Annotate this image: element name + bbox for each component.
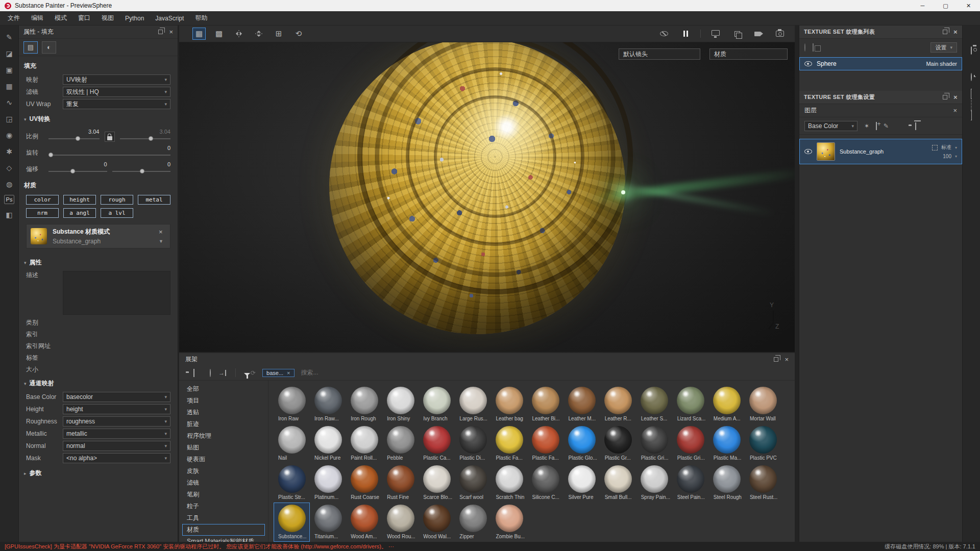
material-item[interactable]: Rust Fine <box>382 463 419 503</box>
material-item[interactable]: Plastic Gri... <box>673 424 709 463</box>
pen-icon[interactable]: ✎ <box>884 122 889 130</box>
blend-mode[interactable]: 标准 <box>941 144 951 151</box>
tool-icon[interactable]: ▦ <box>3 81 15 92</box>
shelf-category[interactable]: 材质 <box>182 524 265 536</box>
tool-icon[interactable]: ✎ <box>3 32 15 43</box>
material-item[interactable]: Silicone C... <box>527 463 564 503</box>
lattice-icon[interactable]: ▩ <box>212 28 226 40</box>
hide-all-icon[interactable] <box>657 28 671 40</box>
clear-filter-icon[interactable]: × <box>287 370 290 376</box>
description-textarea[interactable] <box>63 271 170 315</box>
channel-button[interactable]: rough <box>101 195 133 205</box>
material-item[interactable]: Medium A... <box>709 385 745 424</box>
material-item[interactable]: Plastic Fa... <box>527 424 564 463</box>
float-panel-icon[interactable] <box>774 357 778 362</box>
material-mode-button[interactable]: ◐ <box>42 41 56 54</box>
float-panel-icon[interactable] <box>158 30 163 34</box>
material-item[interactable]: Scarce Blo... <box>419 463 455 503</box>
maximize-button[interactable]: ▢ <box>934 0 957 11</box>
magic-wand-icon[interactable]: ✶ <box>864 122 869 130</box>
mirror-vertical-icon[interactable] <box>253 27 265 40</box>
float-panel-icon[interactable] <box>943 30 947 34</box>
material-item[interactable]: Nickel Pure <box>310 424 346 463</box>
material-item[interactable]: Pebble <box>382 424 419 463</box>
material-item[interactable]: Steel Rough <box>709 463 745 503</box>
material-item[interactable]: Steel Pain... <box>673 463 709 503</box>
camera-dock-icon[interactable] <box>971 47 972 54</box>
property-dropdown[interactable]: 双线性 | HQ <box>63 87 170 97</box>
tiling-icon[interactable]: ▦ <box>192 28 206 40</box>
refresh-icon[interactable]: ⟳ <box>251 369 256 377</box>
material-item[interactable]: Leather bag <box>491 385 527 424</box>
tool-icon[interactable]: ◍ <box>3 179 15 190</box>
material-item[interactable]: Small Bull... <box>600 463 636 503</box>
tool-icon[interactable]: ▣ <box>3 64 15 76</box>
search-filter-chip[interactable]: base... × <box>262 369 294 377</box>
material-item[interactable]: Wood Wal... <box>419 503 455 542</box>
close-panel-icon[interactable]: × <box>953 94 958 101</box>
material-item[interactable]: Titanium... <box>310 503 346 542</box>
material-item[interactable]: Wood Am... <box>346 503 382 542</box>
close-panel-icon[interactable]: × <box>169 29 173 35</box>
history-dock-icon[interactable] <box>971 73 972 81</box>
shelf-category[interactable]: 贴图 <box>182 442 265 454</box>
menu-item[interactable]: 帮助 <box>189 11 213 25</box>
tool-icon[interactable]: ∿ <box>3 97 15 108</box>
material-item[interactable]: Plastic Ca... <box>419 424 455 463</box>
material-item[interactable]: Paint Roll... <box>346 424 382 463</box>
channel-button[interactable]: nrm <box>26 208 59 218</box>
mirror-horizontal-icon[interactable] <box>232 28 246 40</box>
material-item[interactable]: Plastic Ma... <box>709 424 745 463</box>
scale-slider-2[interactable] <box>120 136 171 142</box>
scale-lock-button[interactable] <box>105 132 115 142</box>
camera-view-icon[interactable] <box>752 28 765 40</box>
material-item[interactable]: Substance... <box>274 503 310 542</box>
material-item[interactable]: Leather Bi... <box>527 385 564 424</box>
material-item[interactable]: Zombie Bu... <box>491 503 527 542</box>
material-item[interactable]: Silver Pure <box>564 463 600 503</box>
material-item[interactable]: Scarf wool <box>455 463 491 503</box>
shelf-category[interactable]: 滤镜 <box>182 477 265 489</box>
channel-dropdown[interactable]: height <box>63 404 170 414</box>
channel-button[interactable]: color <box>26 195 59 205</box>
log-dock-icon[interactable] <box>971 90 972 105</box>
search-input[interactable]: 搜索... <box>301 368 318 377</box>
close-panel-icon[interactable]: × <box>785 356 789 363</box>
shelf-category[interactable]: 工具 <box>182 512 265 524</box>
material-item[interactable]: Leather R... <box>600 385 636 424</box>
material-item[interactable]: Iron Raw... <box>310 385 346 424</box>
shelf-category[interactable]: 程序纹理 <box>182 430 265 442</box>
menu-item[interactable]: 视图 <box>96 11 119 25</box>
viewport-3d[interactable]: 默认镜头 材质 Y Z <box>179 42 795 352</box>
menu-item[interactable]: Python <box>119 11 150 25</box>
channel-button[interactable]: metal <box>138 195 170 205</box>
material-item[interactable]: Plastic Gr... <box>600 424 636 463</box>
eye-icon[interactable] <box>804 61 812 66</box>
channel-button[interactable]: a angl <box>63 208 96 218</box>
rotation-slider[interactable] <box>48 152 170 158</box>
shelf-category[interactable]: Smart Materials智能材质 <box>182 536 265 542</box>
add-icon[interactable]: ⊞ <box>272 28 285 40</box>
material-item[interactable]: Mortar Wall <box>745 385 781 424</box>
material-item[interactable]: Ivy Branch <box>419 385 455 424</box>
offset-slider-1[interactable] <box>48 168 107 174</box>
channel-dropdown[interactable]: metallic <box>63 429 170 439</box>
material-item[interactable]: Scratch Thin <box>491 463 527 503</box>
close-panel-icon[interactable]: × <box>953 107 957 114</box>
new-resource-icon[interactable] <box>193 369 194 377</box>
menu-item[interactable]: 模式 <box>49 11 72 25</box>
material-item[interactable]: Zipper <box>455 503 491 542</box>
parameters-heading[interactable]: 参数 <box>30 469 42 478</box>
add-layer-icon[interactable] <box>876 122 877 130</box>
camera-dropdown[interactable]: 默认镜头 <box>619 48 700 60</box>
float-panel-icon[interactable] <box>943 95 947 99</box>
fill-mode-button[interactable]: ▤ <box>23 41 38 54</box>
tool-icon[interactable]: Ps <box>4 195 14 204</box>
shelf-category[interactable]: 硬表面 <box>182 454 265 465</box>
channel-button[interactable]: a lvl <box>101 208 133 218</box>
chevron-down-icon[interactable]: ▼ <box>159 239 166 244</box>
minimize-button[interactable]: ─ <box>911 0 934 11</box>
material-item[interactable]: Steel Rust... <box>745 463 781 503</box>
texture-set-row[interactable]: Sphere Main shader <box>799 57 962 70</box>
shelf-category[interactable]: 全部 <box>182 383 265 395</box>
